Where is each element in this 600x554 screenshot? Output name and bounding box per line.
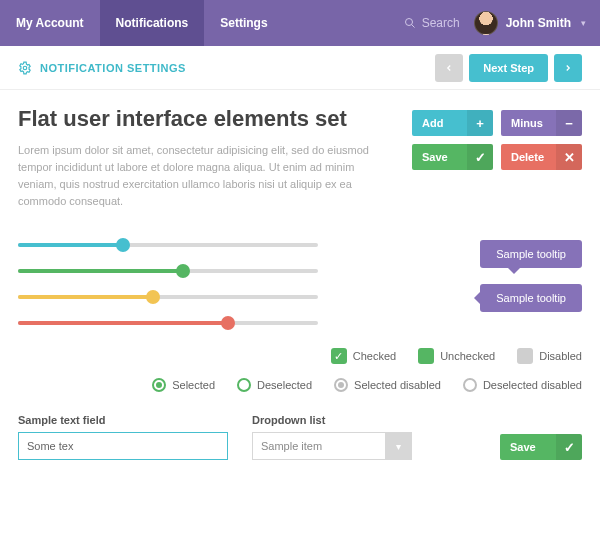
strip-title: NOTIFICATION SETTINGS bbox=[18, 61, 186, 75]
slider-1[interactable] bbox=[18, 266, 318, 276]
chevron-down-icon: ▾ bbox=[385, 433, 411, 459]
radio-deselected[interactable]: Deselected bbox=[237, 378, 312, 392]
sliders bbox=[18, 236, 318, 328]
tooltip-sample-2: Sample tooltip bbox=[480, 284, 582, 312]
minus-icon: − bbox=[556, 110, 582, 136]
page-strip: NOTIFICATION SETTINGS Next Step bbox=[0, 46, 600, 90]
svg-point-2 bbox=[23, 66, 27, 70]
radio-deselected-disabled: Deselected disabled bbox=[463, 378, 582, 392]
checkbox-empty-icon bbox=[418, 348, 434, 364]
nav-notifications[interactable]: Notifications bbox=[100, 0, 205, 46]
close-icon: ✕ bbox=[556, 144, 582, 170]
radio-row: Selected Deselected Selected disabled De… bbox=[18, 378, 582, 392]
user-name: John Smith bbox=[506, 16, 571, 30]
search-box[interactable]: Search bbox=[404, 16, 474, 30]
avatar bbox=[474, 11, 498, 35]
page-title: Flat user interface elements set bbox=[18, 106, 390, 132]
checkbox-checked[interactable]: ✓Checked bbox=[331, 348, 396, 364]
search-label: Search bbox=[422, 16, 460, 30]
action-buttons: Add+ Minus− Save✓ Delete✕ bbox=[412, 110, 582, 210]
delete-button[interactable]: Delete✕ bbox=[501, 144, 582, 170]
svg-point-0 bbox=[405, 19, 412, 26]
gear-icon bbox=[18, 61, 32, 75]
dropdown-value: Sample item bbox=[261, 440, 322, 452]
text-field-label: Sample text field bbox=[18, 414, 228, 426]
dropdown[interactable]: Sample item ▾ bbox=[252, 432, 412, 460]
user-menu[interactable]: John Smith ▾ bbox=[474, 11, 600, 35]
nav-my-account[interactable]: My Account bbox=[0, 0, 100, 46]
chevron-left-icon bbox=[444, 63, 454, 73]
add-button[interactable]: Add+ bbox=[412, 110, 493, 136]
slider-0[interactable] bbox=[18, 240, 318, 250]
check-icon: ✓ bbox=[467, 144, 493, 170]
sample-text-input[interactable] bbox=[18, 432, 228, 460]
radio-selected[interactable]: Selected bbox=[152, 378, 215, 392]
prev-step-button[interactable] bbox=[435, 54, 463, 82]
form-save-button[interactable]: Save✓ bbox=[500, 434, 582, 460]
checkbox-disabled: Disabled bbox=[517, 348, 582, 364]
nav-settings[interactable]: Settings bbox=[204, 0, 283, 46]
plus-icon: + bbox=[467, 110, 493, 136]
chevron-down-icon: ▾ bbox=[581, 18, 586, 28]
tooltip-sample-1: Sample tooltip bbox=[480, 240, 582, 268]
search-icon bbox=[404, 17, 416, 29]
save-button[interactable]: Save✓ bbox=[412, 144, 493, 170]
form-row: Sample text field Dropdown list Sample i… bbox=[18, 414, 582, 460]
tooltips: Sample tooltip Sample tooltip bbox=[348, 236, 582, 328]
checkbox-row: ✓Checked Unchecked Disabled bbox=[18, 348, 582, 364]
minus-button[interactable]: Minus− bbox=[501, 110, 582, 136]
next-step-button[interactable]: Next Step bbox=[469, 54, 548, 82]
checkbox-disabled-icon bbox=[517, 348, 533, 364]
checkbox-unchecked[interactable]: Unchecked bbox=[418, 348, 495, 364]
svg-line-1 bbox=[411, 25, 414, 28]
check-icon: ✓ bbox=[331, 348, 347, 364]
check-icon: ✓ bbox=[556, 434, 582, 460]
chevron-right-icon bbox=[563, 63, 573, 73]
top-nav: My Account Notifications Settings Search… bbox=[0, 0, 600, 46]
radio-selected-disabled: Selected disabled bbox=[334, 378, 441, 392]
dropdown-label: Dropdown list bbox=[252, 414, 412, 426]
slider-2[interactable] bbox=[18, 292, 318, 302]
description: Lorem ipsum dolor sit amet, consectetur … bbox=[18, 142, 390, 210]
next-step-arrow[interactable] bbox=[554, 54, 582, 82]
slider-3[interactable] bbox=[18, 318, 318, 328]
